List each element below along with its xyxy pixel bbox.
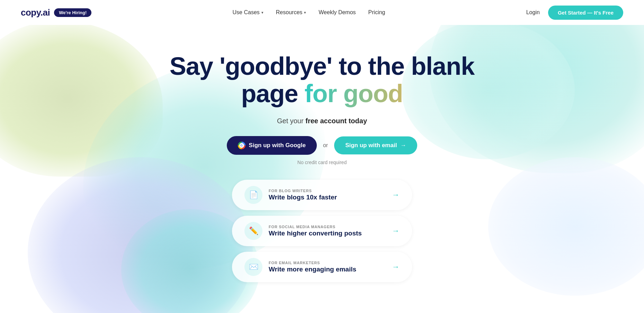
or-divider: or (323, 142, 328, 149)
card-blog-title: Write blogs 10x faster (269, 194, 337, 201)
feature-cards: 📄 FOR BLOG WRITERS Write blogs 10x faste… (0, 180, 644, 282)
nav-resources[interactable]: Resources ▾ (276, 9, 306, 16)
card-left: 📄 FOR BLOG WRITERS Write blogs 10x faste… (244, 186, 337, 204)
card-blog-text: FOR BLOG WRITERS Write blogs 10x faster (269, 189, 337, 201)
card-blog-arrow: → (392, 190, 400, 199)
card-social-title: Write higher converting posts (269, 230, 362, 237)
blog-icon: 📄 (249, 190, 258, 199)
nav-use-cases-label: Use Cases (233, 9, 260, 16)
subtitle-bold-text: free account today (305, 117, 367, 125)
hero-title-highlight: for good (305, 80, 403, 107)
card-social-media[interactable]: ✏️ FOR SOCIAL MEDIA MANAGERS Write highe… (232, 216, 412, 246)
google-icon: G (238, 142, 245, 149)
card-left: ✉️ FOR EMAIL MARKETERS Write more engagi… (244, 258, 356, 276)
social-icon: ✏️ (249, 226, 258, 235)
nav-pricing-label: Pricing (368, 9, 385, 16)
hero-subtitle: Get your free account today (277, 117, 367, 125)
nav-left: copy.ai We're Hiring! (21, 7, 91, 18)
card-blog-writers[interactable]: 📄 FOR BLOG WRITERS Write blogs 10x faste… (232, 180, 412, 210)
nav-center: Use Cases ▾ Resources ▾ Weekly Demos Pri… (233, 9, 385, 16)
card-social-arrow: → (392, 226, 400, 235)
card-email-arrow: → (392, 262, 400, 271)
card-social-label: FOR SOCIAL MEDIA MANAGERS (269, 225, 362, 229)
nav-pricing[interactable]: Pricing (368, 9, 385, 16)
hero-title: Say 'goodbye' to the blank page for good (170, 53, 474, 107)
card-email-label: FOR EMAIL MARKETERS (269, 261, 356, 265)
nav-weekly-demos-label: Weekly Demos (319, 9, 356, 16)
card-email-title: Write more engaging emails (269, 266, 356, 273)
nav-right: Login Get Started — It's Free (526, 6, 623, 20)
chevron-down-icon: ▾ (304, 10, 306, 15)
cta-row: G Sign up with Google or Sign up with em… (227, 136, 418, 155)
card-blog-label: FOR BLOG WRITERS (269, 189, 337, 193)
login-button[interactable]: Login (526, 9, 540, 16)
no-credit-text: No credit card required (297, 160, 347, 165)
logo: copy.ai (21, 7, 50, 18)
signup-google-label: Sign up with Google (249, 142, 306, 149)
email-icon: ✉️ (249, 262, 258, 271)
signup-google-button[interactable]: G Sign up with Google (227, 136, 317, 155)
card-social-text: FOR SOCIAL MEDIA MANAGERS Write higher c… (269, 225, 362, 237)
card-social-icon-wrap: ✏️ (244, 222, 262, 240)
get-started-button[interactable]: Get Started — It's Free (548, 6, 623, 20)
hero-title-line1: Say 'goodbye' to the blank (170, 52, 474, 80)
subtitle-pre-text: Get your (277, 117, 305, 125)
card-email-marketers[interactable]: ✉️ FOR EMAIL MARKETERS Write more engagi… (232, 252, 412, 282)
main-content: Say 'goodbye' to the blank page for good… (0, 25, 644, 282)
hiring-badge[interactable]: We're Hiring! (54, 8, 91, 17)
chevron-down-icon: ▾ (261, 10, 263, 15)
card-email-icon-wrap: ✉️ (244, 258, 262, 276)
nav-use-cases[interactable]: Use Cases ▾ (233, 9, 263, 16)
signup-email-label: Sign up with email (345, 142, 397, 149)
arrow-right-icon: → (400, 142, 406, 149)
hero-title-line2-start: page (241, 80, 305, 107)
signup-email-button[interactable]: Sign up with email → (334, 136, 417, 154)
card-left: ✏️ FOR SOCIAL MEDIA MANAGERS Write highe… (244, 222, 362, 240)
nav-weekly-demos[interactable]: Weekly Demos (319, 9, 356, 16)
google-icon-inner: G (239, 143, 244, 148)
nav-resources-label: Resources (276, 9, 302, 16)
card-email-text: FOR EMAIL MARKETERS Write more engaging … (269, 261, 356, 273)
card-blog-icon-wrap: 📄 (244, 186, 262, 204)
navbar: copy.ai We're Hiring! Use Cases ▾ Resour… (0, 0, 644, 25)
